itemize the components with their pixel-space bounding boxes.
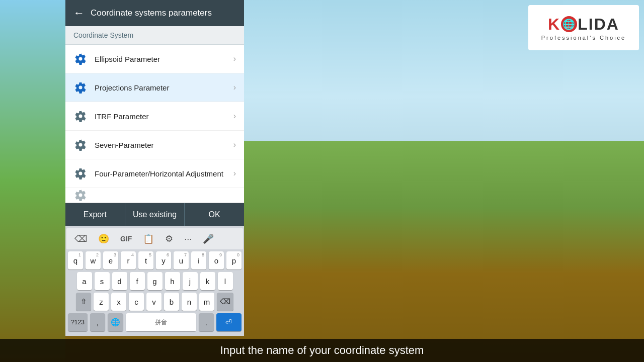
ok-button[interactable]: OK: [185, 203, 244, 226]
seven-label: Seven-Parameter: [95, 141, 233, 149]
key-u[interactable]: 7u: [174, 251, 189, 269]
key-m[interactable]: m: [199, 293, 214, 311]
ellipsoid-icon: [73, 52, 88, 66]
key-c[interactable]: c: [129, 293, 144, 311]
four-label: Four-Parameter/Horizontal Adjustment: [95, 169, 233, 178]
enter-key[interactable]: ⏎: [216, 313, 242, 331]
logo-tagline: Professional's Choice: [541, 35, 626, 41]
itrf-label: ITRF Parameter: [95, 112, 233, 121]
key-l[interactable]: l: [218, 272, 233, 290]
key-h[interactable]: h: [165, 272, 180, 290]
back-button[interactable]: ←: [73, 7, 85, 20]
menu-item-seven[interactable]: Seven-Parameter ›: [65, 131, 244, 159]
key-x[interactable]: x: [111, 293, 126, 311]
number-row: 1q 2w 3e 4r 5t 6y 7u 8i 9o 0p: [66, 251, 243, 269]
key-n[interactable]: n: [182, 293, 197, 311]
menu-item-itrf[interactable]: ITRF Parameter ›: [65, 102, 244, 131]
main-panel: ← Coordinate systems parameters Coordina…: [65, 0, 244, 327]
seven-icon: [73, 138, 88, 152]
delete-key[interactable]: ⌫: [217, 293, 233, 311]
bottom-buttons: Export Use existing OK: [65, 203, 244, 226]
key-q[interactable]: 1q: [68, 251, 83, 269]
caption-text: Input the name of your coordinate system: [220, 344, 424, 356]
projections-label: Projections Parameter: [95, 83, 233, 92]
logo-brand: K LIDA: [548, 15, 619, 34]
menu-item-four[interactable]: Four-Parameter/Horizontal Adjustment ›: [65, 159, 244, 188]
space-key[interactable]: 拼音: [126, 313, 196, 331]
key-z[interactable]: z: [94, 293, 109, 311]
bottom-row: ?123 , 🌐 拼音 . ⏎: [66, 313, 243, 331]
emoji-icon[interactable]: 🙂: [94, 231, 113, 246]
panel-title: Coordinate systems parameters: [91, 8, 212, 18]
key-y[interactable]: 6y: [156, 251, 171, 269]
export-button[interactable]: Export: [65, 203, 125, 226]
key-p[interactable]: 0p: [226, 251, 242, 269]
kolida-logo: K LIDA Professional's Choice: [528, 5, 639, 50]
logo-k: K: [548, 15, 560, 34]
four-icon: [73, 166, 88, 180]
key-w[interactable]: 2w: [86, 251, 101, 269]
seven-chevron: ›: [233, 140, 236, 149]
menu-list: Ellipsoid Parameter › Projections Parame…: [65, 45, 244, 203]
zxcv-row: ⇧ z x c v b n m ⌫: [66, 293, 243, 311]
key-g[interactable]: g: [147, 272, 163, 290]
period-key[interactable]: .: [199, 313, 214, 331]
key-d[interactable]: d: [112, 272, 127, 290]
key-o[interactable]: 9o: [209, 251, 224, 269]
itrf-chevron: ›: [233, 112, 236, 121]
gif-button[interactable]: GIF: [116, 233, 136, 245]
four-chevron: ›: [233, 169, 236, 178]
projections-chevron: ›: [233, 83, 236, 92]
key-v[interactable]: v: [146, 293, 162, 311]
key-k[interactable]: k: [200, 272, 215, 290]
logo-rest: LIDA: [578, 15, 619, 34]
use-existing-button[interactable]: Use existing: [125, 203, 185, 226]
key-e[interactable]: 3e: [103, 251, 118, 269]
ellipsoid-label: Ellipsoid Parameter: [95, 55, 233, 63]
key-f[interactable]: f: [130, 272, 145, 290]
coord-system-label: Coordinate System: [65, 26, 244, 45]
symbol-key[interactable]: ?123: [68, 313, 88, 331]
menu-item-projections[interactable]: Projections Parameter ›: [65, 73, 244, 102]
menu-item-ellipsoid[interactable]: Ellipsoid Parameter ›: [65, 45, 244, 73]
clipboard-icon[interactable]: 📋: [139, 231, 158, 246]
ellipsoid-chevron: ›: [233, 54, 236, 63]
key-s[interactable]: s: [95, 272, 110, 290]
comma-key[interactable]: ,: [90, 313, 105, 331]
backspace-toolbar-icon[interactable]: ⌫: [70, 231, 91, 246]
key-j[interactable]: j: [183, 272, 198, 290]
asdf-row: a s d f g h j k l: [66, 272, 243, 290]
key-r[interactable]: 4r: [121, 251, 136, 269]
globe-key[interactable]: 🌐: [108, 313, 123, 331]
key-a[interactable]: a: [77, 272, 92, 290]
logo-globe-icon: [561, 16, 577, 32]
settings-icon[interactable]: ⚙: [161, 231, 177, 246]
projections-icon: [73, 80, 88, 95]
mic-icon[interactable]: 🎤: [199, 231, 218, 246]
key-i[interactable]: 8i: [191, 251, 206, 269]
panel-header: ← Coordinate systems parameters: [65, 0, 244, 26]
keyboard: ⌫ 🙂 GIF 📋 ⚙ ··· 🎤 1q 2w 3e 4r 5t 6y 7u 8…: [65, 226, 244, 336]
caption-bar: Input the name of your coordinate system: [0, 339, 644, 362]
itrf-icon: [73, 109, 88, 123]
left-stripe: [0, 0, 65, 362]
menu-item-extra[interactable]: [65, 188, 244, 203]
more-icon[interactable]: ···: [180, 232, 196, 246]
shift-key[interactable]: ⇧: [76, 293, 91, 311]
extra-icon: [73, 188, 88, 202]
key-t[interactable]: 5t: [138, 251, 153, 269]
keyboard-toolbar: ⌫ 🙂 GIF 📋 ⚙ ··· 🎤: [66, 228, 243, 249]
key-b[interactable]: b: [164, 293, 179, 311]
